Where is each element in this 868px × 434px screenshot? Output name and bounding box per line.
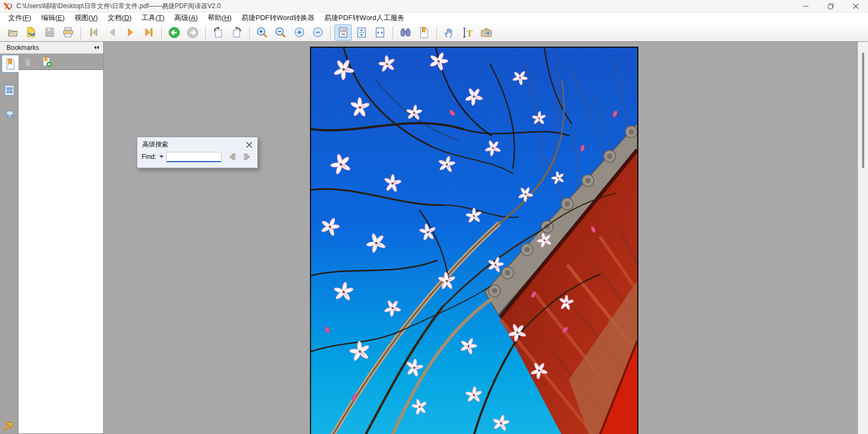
hand-tool-button[interactable] [441,24,458,41]
find-nav-buttons [226,151,253,162]
svg-text:%: % [341,32,345,37]
main-area: Bookmarks [0,42,868,434]
dialog-title: 高级搜索 [142,140,168,149]
restore-button[interactable] [818,0,843,12]
first-page-button[interactable] [85,24,102,41]
toolbar-separator [330,26,331,39]
window-controls [793,0,868,12]
svg-text:T: T [466,28,473,38]
corner-arrow-icon [3,419,15,433]
actual-size-button[interactable]: 100% [334,24,352,41]
title-bar: C:\Users\喵喵\Desktop\日常文件\日常文件.pdf——易捷PDF… [0,0,868,12]
advanced-search-dialog: 高级搜索 Find: [137,137,258,168]
menu-help[interactable]: 帮助(H) [202,13,236,23]
print-button[interactable] [59,24,77,41]
save-as-button[interactable] [22,24,40,41]
bookmarks-panel [18,54,103,434]
bookmark-button[interactable] [415,24,433,41]
tab-layers[interactable] [2,106,17,123]
bookmarks-panel-header: Bookmarks [0,42,103,54]
document-viewport [104,42,858,434]
menu-document[interactable]: 文档(D) [103,13,136,23]
menu-pdf-to-word-service[interactable]: 易捷PDF转Word人工服务 [319,13,409,23]
menu-file[interactable]: 文件(F) [3,13,36,23]
find-input[interactable] [166,152,221,162]
snapshot-button[interactable] [478,24,495,41]
menu-view[interactable]: 视图(V) [69,13,103,23]
app-logo-icon [4,2,13,10]
toolbar-separator [436,26,437,39]
tab-thumbnails[interactable] [2,82,17,99]
back-button[interactable] [166,24,183,41]
tab-bookmarks[interactable] [2,55,18,73]
menu-pdf-to-word-converter[interactable]: 易捷PDF转Word转换器 [237,13,320,23]
window-title: C:\Users\喵喵\Desktop\日常文件\日常文件.pdf——易捷PDF… [16,2,221,11]
zoom-in-step-button[interactable] [290,24,308,41]
toolbar: 100%T [0,23,868,42]
fit-page-button[interactable] [353,24,370,41]
sidebar: Bookmarks [0,42,104,434]
toolbar-separator [80,26,81,39]
find-history-dropdown[interactable] [159,155,164,158]
dialog-close-icon[interactable] [246,142,252,148]
zoom-in-button[interactable] [254,24,271,41]
toolbar-separator [249,26,250,39]
next-page-button[interactable] [122,24,139,41]
pdf-page [310,47,638,434]
toolbar-separator [392,26,393,39]
find-label: Find: [142,153,156,161]
last-page-button[interactable] [140,24,157,41]
bookmarks-panel-body [0,54,103,434]
rotate-left-button[interactable] [228,24,245,41]
open-button[interactable] [4,24,21,41]
fit-width-button[interactable] [371,24,389,41]
prev-page-button[interactable] [103,24,121,41]
menu-advanced[interactable]: 高级(A) [169,13,202,23]
menu-edit[interactable]: 编辑(E) [36,13,69,23]
close-button[interactable] [843,0,868,12]
bookmarks-toolbar [18,54,103,69]
dialog-title-bar: 高级搜索 [137,137,257,150]
select-text-button[interactable]: T [459,24,477,41]
rotate-right-button[interactable] [210,24,227,41]
find-previous-button[interactable] [226,151,238,162]
minimize-button[interactable] [793,0,818,12]
vertical-scrollbar[interactable] [858,42,868,434]
zoom-out-step-button[interactable] [309,24,326,41]
menu-bar: 文件(F)编辑(E)视图(V)文档(D)工具(T)高级(A)帮助(H)易捷PDF… [0,12,868,23]
add-bookmark-button[interactable] [41,56,53,68]
sidebar-tabstrip [0,54,18,434]
toolbar-separator [205,26,206,39]
toolbar-separator [161,26,162,39]
find-row: Find: [137,150,257,162]
vertical-scrollbar-thumb[interactable] [862,53,864,168]
collapse-sidebar-button[interactable] [93,44,100,50]
bookmarks-panel-title: Bookmarks [7,44,39,52]
find-next-button[interactable] [242,151,253,162]
forward-button[interactable] [184,24,201,41]
menu-tools[interactable]: 工具(T) [136,13,169,23]
bookmarks-list [18,69,103,434]
search-button[interactable] [397,24,414,41]
save-button[interactable] [41,24,58,41]
zoom-out-button[interactable] [272,24,289,41]
delete-bookmark-button[interactable] [22,56,34,68]
